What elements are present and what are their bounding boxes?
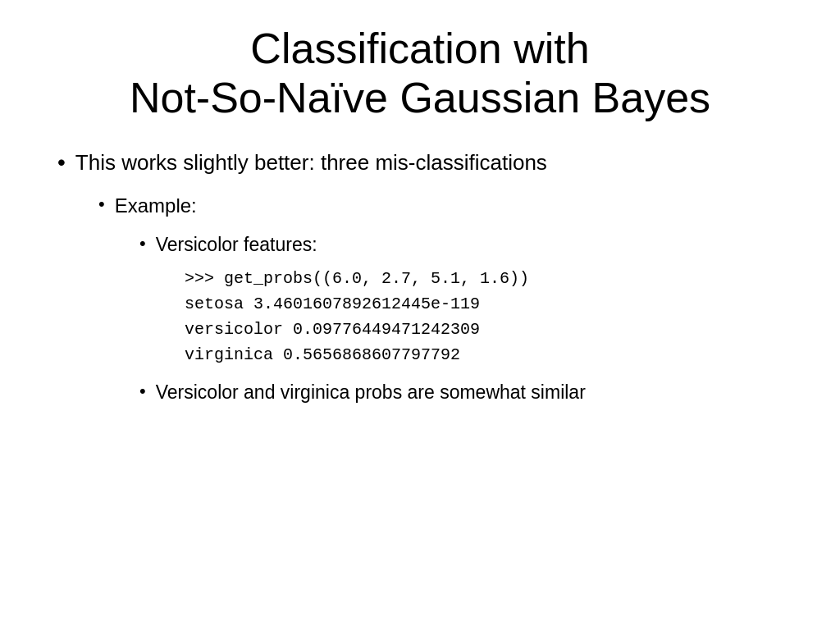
title-line2: Not-So-Naïve Gaussian Bayes	[130, 74, 710, 121]
bullet-item-3: • Versicolor features:	[139, 231, 807, 258]
title-line1: Classification with	[250, 25, 589, 72]
code-line-4: virginica 0.5656868607797792	[185, 342, 807, 368]
bullet-text-4: Versicolor and virginica probs are somew…	[156, 379, 586, 405]
bullet-dot-2: •	[98, 195, 105, 213]
bullet-dot-4: •	[139, 382, 146, 400]
slide-content: • This works slightly better: three mis-…	[33, 148, 807, 405]
bullet-nested-4: Versicolor and virginica probs are somew…	[156, 379, 586, 405]
bullet-item-4: • Versicolor and virginica probs are som…	[139, 379, 807, 405]
slide-title: Classification with Not-So-Naïve Gaussia…	[33, 25, 807, 123]
bullet-dot-1: •	[57, 151, 66, 174]
code-line-2: setosa 3.4601607892612445e-119	[185, 291, 807, 317]
bullet-dot-3: •	[139, 235, 146, 253]
bullet-nested-3: Versicolor features:	[156, 231, 317, 258]
code-line-3: versicolor 0.09776449471242309	[185, 317, 807, 342]
bullet-text-1: This works slightly better: three mis-cl…	[75, 148, 547, 177]
bullet-nested-2: Example:	[115, 192, 197, 220]
bullet-text-2: Example:	[115, 192, 197, 220]
code-block: >>> get_probs((6.0, 2.7, 5.1, 1.6)) seto…	[185, 266, 807, 368]
code-line-1: >>> get_probs((6.0, 2.7, 5.1, 1.6))	[185, 266, 807, 291]
bullet-item-1: • This works slightly better: three mis-…	[57, 148, 807, 177]
bullet-item-2: • Example:	[98, 192, 807, 220]
bullet-text-3: Versicolor features:	[156, 231, 317, 258]
